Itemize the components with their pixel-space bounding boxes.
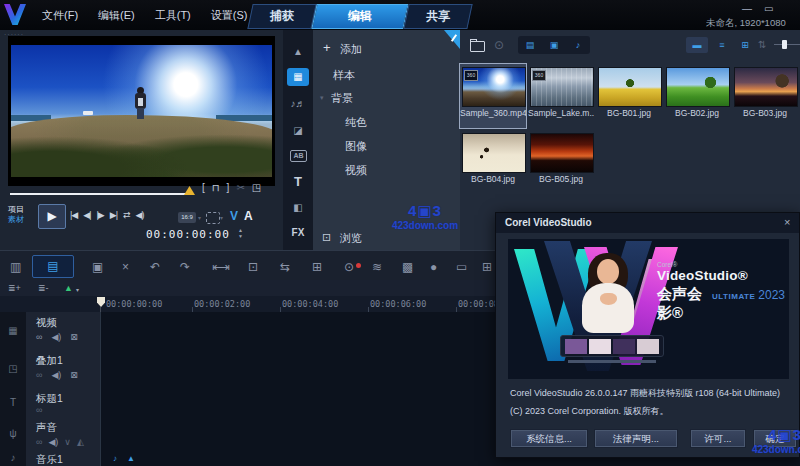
nav-overlay-button[interactable]: AB bbox=[290, 150, 307, 162]
tree-expand-icon[interactable]: ▾ bbox=[320, 94, 324, 101]
shrink-interval-button[interactable]: ⊡ bbox=[248, 260, 258, 274]
menu-edit[interactable]: 编辑(E) bbox=[88, 8, 145, 23]
link-icon[interactable]: ∞ bbox=[36, 405, 42, 415]
media-item[interactable]: BG-B03.jpg bbox=[732, 64, 798, 128]
filter-photo-button[interactable]: ▣ bbox=[542, 36, 566, 54]
step-back-button[interactable]: ◀| bbox=[83, 210, 90, 220]
track-grid-button[interactable]: ⊞ bbox=[482, 260, 492, 274]
filter-video-button[interactable]: ▤ bbox=[518, 36, 542, 54]
list-view-button[interactable]: ≡ bbox=[711, 37, 733, 53]
link-icon[interactable]: ∞ bbox=[36, 437, 42, 447]
tree-item-video[interactable]: 视频 bbox=[345, 163, 367, 178]
tab-edit[interactable]: 编辑 bbox=[311, 4, 408, 29]
trim-handle[interactable] bbox=[184, 186, 195, 195]
add-folder-icon[interactable]: + bbox=[323, 40, 331, 55]
nav-audio-button[interactable]: ♪♬ bbox=[287, 95, 309, 113]
disable-track-icon[interactable]: ⊠ bbox=[70, 370, 78, 380]
audio-toggle[interactable]: A bbox=[244, 209, 253, 223]
trim-button[interactable]: ⊓ bbox=[212, 183, 220, 193]
swap-tracks-button[interactable]: ⇆ bbox=[280, 260, 290, 274]
aspect-ratio-button[interactable]: 16:9 bbox=[178, 212, 196, 223]
link-icon[interactable]: ∞ bbox=[36, 370, 42, 380]
timeline-view-button[interactable]: ▤ bbox=[32, 255, 74, 278]
speaker-icon[interactable]: ◀) bbox=[51, 332, 61, 342]
track-header-voice[interactable]: ψ 声音 ∞ ◀) ∨ ◭ bbox=[0, 417, 100, 451]
media-item[interactable]: BG-B02.jpg bbox=[664, 64, 730, 128]
remove-track-button[interactable]: ≣- bbox=[38, 283, 49, 293]
nav-media-button[interactable]: ▦ bbox=[287, 68, 309, 86]
dialog-titlebar[interactable]: Corel VideoStudio bbox=[496, 213, 799, 233]
split-clip-button[interactable]: ✂ bbox=[236, 183, 244, 193]
undo-button[interactable]: ↶ bbox=[150, 260, 160, 274]
thumbnail-view-button[interactable]: ▬ bbox=[686, 37, 708, 53]
speaker-icon[interactable]: ◀) bbox=[48, 437, 58, 447]
copy-button[interactable]: ▣ bbox=[92, 260, 103, 274]
preview-video[interactable] bbox=[11, 45, 272, 177]
track-header-title[interactable]: T 标题1 ∞ bbox=[0, 388, 100, 418]
system-info-button[interactable]: 系统信息... bbox=[510, 429, 588, 448]
repeat-button[interactable]: ⇄ bbox=[123, 210, 130, 220]
tab-share[interactable]: 共享 bbox=[403, 4, 472, 29]
fit-project-button[interactable]: ⇤⇥ bbox=[212, 260, 228, 274]
track-header-overlay[interactable]: ◳ 叠加1 ∞ ◀) ⊠ bbox=[0, 350, 100, 389]
import-folder-icon[interactable] bbox=[470, 41, 485, 52]
tree-item-background[interactable]: 背景 bbox=[331, 91, 353, 106]
insert-gap-button[interactable]: ⊞ bbox=[312, 260, 322, 274]
record-options-icon[interactable]: ⊙ bbox=[494, 39, 504, 51]
subtitle-editor-button[interactable]: ▭ bbox=[456, 260, 467, 274]
media-item[interactable]: BG-B05.jpg bbox=[528, 130, 594, 194]
menu-file[interactable]: 文件(F) bbox=[32, 8, 88, 23]
close-icon[interactable]: × bbox=[784, 216, 790, 228]
tree-item-solid[interactable]: 纯色 bbox=[345, 115, 367, 130]
nav-effects-button[interactable]: FX bbox=[287, 224, 309, 242]
tab-capture[interactable]: 捕获 bbox=[247, 4, 316, 29]
grid-view-button[interactable]: ⊞ bbox=[734, 37, 756, 53]
mode-clip[interactable]: 素材 bbox=[8, 215, 24, 225]
volume-button[interactable]: ◀) bbox=[136, 210, 144, 220]
auto-music-button[interactable]: ▩ bbox=[402, 260, 413, 274]
media-item[interactable]: BG-B04.jpg bbox=[460, 130, 526, 194]
sort-icon[interactable]: ⇅ bbox=[758, 40, 766, 50]
screen-capture-button[interactable]: ⊙ bbox=[344, 260, 354, 274]
mark-out-button[interactable]: ] bbox=[227, 183, 230, 193]
fold-icon[interactable]: ∨ bbox=[64, 437, 71, 447]
media-item[interactable]: 360 Sample_360.mp4 bbox=[460, 64, 526, 128]
ripple-edit-button[interactable]: ▲ bbox=[64, 283, 73, 293]
play-button[interactable]: ▶ bbox=[38, 204, 66, 229]
video-toggle[interactable]: V bbox=[230, 209, 238, 223]
scroll-up-icon[interactable]: ▲ bbox=[287, 43, 309, 61]
add-folder-label[interactable]: 添加 bbox=[340, 42, 362, 57]
track-header-music[interactable]: ♪ 音乐1 bbox=[0, 450, 100, 466]
end-button[interactable]: ▶| bbox=[110, 210, 117, 220]
redo-button[interactable]: ↷ bbox=[180, 260, 190, 274]
step-forward-button[interactable]: |▶ bbox=[97, 210, 104, 220]
home-button[interactable]: |◀ bbox=[70, 210, 77, 220]
menu-tools[interactable]: 工具(T) bbox=[145, 8, 201, 23]
trim-bar[interactable] bbox=[10, 193, 186, 195]
browse-icon[interactable]: ⊡ bbox=[322, 232, 331, 243]
enlarge-preview-button[interactable]: ◳ bbox=[252, 183, 261, 193]
zoom-slider[interactable] bbox=[774, 44, 800, 45]
timecode-spinner[interactable]: ▲ ▼ bbox=[238, 227, 243, 239]
filter-audio-button[interactable]: ♪ bbox=[566, 36, 590, 54]
sound-mixer-button[interactable]: ≋ bbox=[372, 260, 382, 274]
link-icon[interactable]: ∞ bbox=[36, 332, 42, 342]
speaker-icon[interactable]: ◀) bbox=[51, 370, 61, 380]
timecode-field[interactable]: 00:00:00:00 bbox=[146, 228, 230, 241]
restore-button[interactable]: ▭ bbox=[764, 3, 773, 14]
nav-graphics-button[interactable]: ◧ bbox=[287, 199, 309, 217]
tree-item-sample[interactable]: 样本 bbox=[333, 68, 355, 83]
selection-tool-button[interactable] bbox=[206, 212, 220, 224]
legal-notices-button[interactable]: 法律声明... bbox=[594, 429, 678, 448]
minimize-button[interactable]: — bbox=[742, 3, 752, 14]
disable-track-icon[interactable]: ⊠ bbox=[70, 332, 78, 342]
zoom-slider-knob[interactable] bbox=[782, 40, 787, 49]
mark-in-button[interactable]: [ bbox=[202, 183, 205, 193]
license-button[interactable]: 许可... bbox=[690, 429, 746, 448]
batch-convert-button[interactable]: × bbox=[122, 260, 129, 274]
speech-to-text-button[interactable]: ● bbox=[430, 260, 437, 274]
mode-project[interactable]: 项目 bbox=[8, 205, 24, 215]
media-item[interactable]: 360 Sample_Lake.m... bbox=[528, 64, 594, 128]
nav-transition-button[interactable]: ◪ bbox=[287, 122, 309, 140]
storyboard-view-button[interactable]: ▥ bbox=[10, 260, 21, 274]
